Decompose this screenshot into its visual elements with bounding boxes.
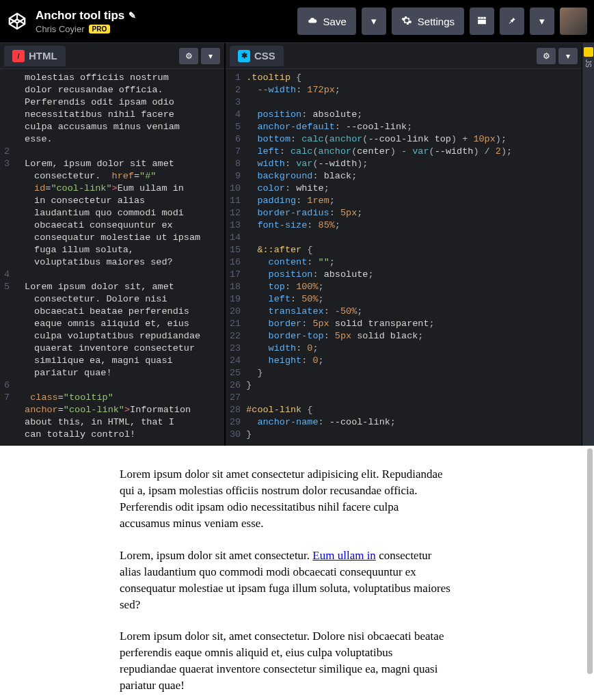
css-icon: ✱: [238, 50, 250, 62]
avatar[interactable]: [560, 8, 587, 35]
editors-row: / HTML ⚙ ▾ 2 3 4 5 6 7 molestias officii…: [0, 42, 594, 446]
preview-pane[interactable]: Lorem ipsum dolor sit amet consectetur a…: [0, 446, 594, 700]
css-editor-panel: ✱ CSS ⚙ ▾ 1 2 3 4 5 6 7 8 9 10 11 12 13 …: [226, 43, 582, 446]
css-tab[interactable]: ✱ CSS: [230, 46, 284, 66]
codepen-logo[interactable]: [7, 11, 27, 31]
css-code-lines[interactable]: .tooltip { --width: 172px; position: abs…: [246, 69, 516, 446]
html-code-lines[interactable]: molestias officiis nostrumdolor recusand…: [15, 69, 204, 446]
pin-icon: [507, 15, 517, 28]
pin-button[interactable]: [500, 8, 524, 35]
svg-rect-6: [478, 19, 486, 23]
preview-paragraph: Lorem ipsum dolor sit amet consectetur a…: [120, 466, 451, 533]
edit-title-icon[interactable]: ✎: [129, 10, 136, 21]
pro-badge: PRO: [89, 25, 111, 33]
cloud-icon: [307, 16, 318, 27]
cool-link[interactable]: Eum ullam in: [312, 549, 376, 562]
preview-paragraph: Lorem ipsum dolor sit, amet consectetur.…: [120, 628, 451, 695]
pen-title[interactable]: Anchor tool tips ✎: [36, 9, 136, 23]
save-dropdown-button[interactable]: ▾: [362, 8, 386, 35]
css-dropdown-button[interactable]: ▾: [558, 48, 578, 64]
settings-button[interactable]: Settings: [392, 8, 464, 35]
app-header: Anchor tool tips ✎ Chris Coyier PRO Save…: [0, 0, 594, 42]
js-icon: [584, 47, 593, 57]
chevron-down-icon: ▾: [208, 51, 213, 61]
gear-icon: [401, 15, 412, 28]
gear-icon: ⚙: [543, 51, 550, 61]
chevron-down-icon: ▾: [566, 51, 570, 61]
html-tab[interactable]: / HTML: [4, 46, 66, 66]
chevron-down-icon: ▾: [539, 15, 545, 27]
pin-dropdown-button[interactable]: ▾: [530, 8, 554, 35]
html-settings-button[interactable]: ⚙: [179, 48, 198, 64]
svg-rect-4: [481, 16, 483, 18]
css-code-area[interactable]: 1 2 3 4 5 6 7 8 9 10 11 12 13 14 15 16 1…: [226, 69, 582, 446]
html-editor-panel: / HTML ⚙ ▾ 2 3 4 5 6 7 molestias officii…: [0, 43, 226, 446]
html-icon: /: [12, 50, 25, 62]
js-label: JS: [584, 59, 592, 68]
chevron-down-icon: ▾: [371, 15, 377, 27]
svg-rect-3: [478, 16, 481, 18]
html-gutter: 2 3 4 5 6 7: [0, 69, 15, 446]
html-code-area[interactable]: 2 3 4 5 6 7 molestias officiis nostrumdo…: [0, 69, 224, 446]
svg-rect-5: [483, 16, 486, 18]
layout-icon: [476, 16, 487, 27]
html-dropdown-button[interactable]: ▾: [201, 48, 220, 64]
gear-icon: ⚙: [185, 51, 193, 61]
author-name[interactable]: Chris Coyier: [36, 24, 85, 34]
js-collapsed-panel[interactable]: JS: [582, 43, 594, 446]
css-gutter: 1 2 3 4 5 6 7 8 9 10 11 12 13 14 15 16 1…: [226, 69, 246, 446]
save-button[interactable]: Save: [297, 8, 356, 35]
scrollbar[interactable]: [587, 448, 593, 674]
preview-paragraph: Lorem, ipsum dolor sit amet consectetur.…: [120, 548, 451, 614]
css-settings-button[interactable]: ⚙: [537, 48, 556, 64]
layout-button[interactable]: [470, 8, 494, 35]
